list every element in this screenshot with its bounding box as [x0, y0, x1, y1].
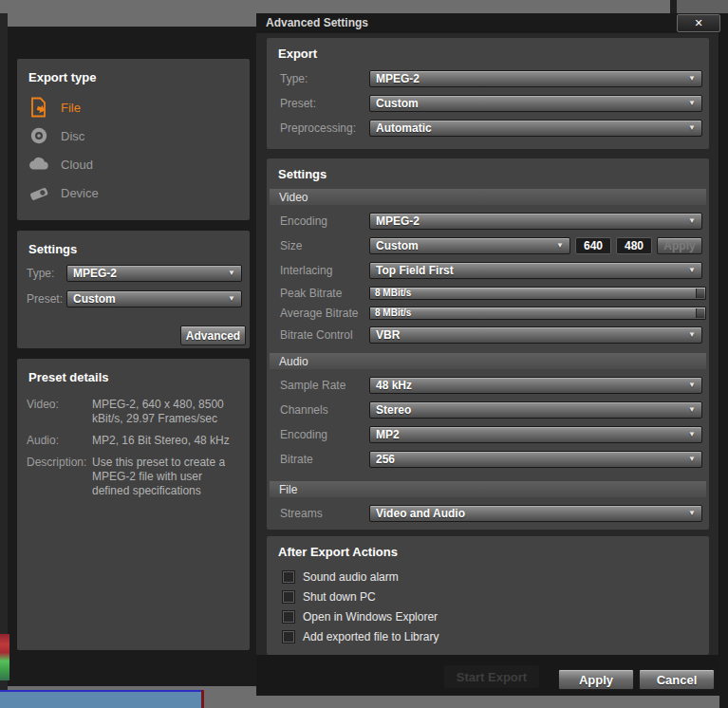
close-icon: ✕: [694, 17, 702, 29]
sample-rate-label: Sample Rate: [280, 379, 369, 392]
peak-bitrate-label: Peak Bitrate: [280, 287, 369, 300]
checkbox-row-add-to-library[interactable]: Add exported file to Library: [267, 626, 709, 646]
audio-encoding-dropdown[interactable]: MP2 ▼: [369, 426, 702, 443]
interlacing-value: Top Field First: [376, 264, 454, 277]
chevron-down-icon: ▼: [688, 382, 696, 389]
export-preset-value: Custom: [376, 97, 419, 110]
disc-icon: [28, 125, 49, 146]
bitrate-control-dropdown[interactable]: VBR ▼: [369, 326, 702, 344]
export-type-dropdown[interactable]: MPEG-2 ▼: [369, 70, 702, 87]
preset-description-row: Description: Use this preset to create a…: [27, 456, 242, 498]
chevron-down-icon: ▼: [556, 242, 564, 250]
settings-panel: Settings Type: MPEG-2 ▼ Preset: Custom ▼…: [17, 231, 250, 348]
advanced-button[interactable]: Advanced: [180, 326, 246, 345]
checkbox-row-sound-alarm[interactable]: Sound audio alarm: [267, 567, 709, 587]
size-dropdown[interactable]: Custom ▼: [369, 237, 570, 254]
export-type-panel: Export type File: [17, 59, 250, 220]
checkbox-icon[interactable]: [283, 591, 294, 603]
preprocessing-label: Preprocessing:: [280, 121, 369, 135]
dialog-titlebar[interactable]: Advanced Settings ✕: [256, 13, 719, 33]
checkbox-label: Shut down PC: [303, 590, 376, 604]
size-value: Custom: [376, 239, 419, 252]
chevron-down-icon: ▼: [688, 331, 696, 339]
size-label: Size: [280, 239, 369, 252]
streams-label: Streams: [280, 507, 369, 520]
chevron-down-icon: ▼: [688, 217, 696, 225]
dialog-export-panel: Export Type: MPEG-2 ▼ Preset: Custom ▼ P…: [267, 38, 709, 149]
size-width-input[interactable]: [575, 237, 611, 254]
type-label: Type:: [27, 267, 66, 280]
type-dropdown-value: MPEG-2: [73, 267, 117, 280]
size-apply-button[interactable]: Apply: [657, 237, 702, 254]
peak-bitrate-slider[interactable]: 8 MBit/s: [369, 287, 706, 300]
chevron-down-icon: ▼: [688, 431, 696, 438]
chevron-down-icon: ▼: [688, 456, 696, 463]
apply-button[interactable]: Apply: [558, 669, 634, 690]
peak-bitrate-value: 8 MBit/s: [375, 288, 411, 298]
checkbox-label: Sound audio alarm: [303, 570, 399, 584]
close-button[interactable]: ✕: [677, 14, 720, 32]
audio-section-header: Audio: [270, 353, 706, 369]
checkbox-row-shutdown-pc[interactable]: Shut down PC: [267, 587, 709, 606]
file-section-header: File: [270, 481, 706, 497]
channels-label: Channels: [280, 403, 369, 417]
file-export-icon: [28, 97, 49, 118]
preset-dropdown-value: Custom: [73, 292, 116, 306]
checkbox-icon[interactable]: [283, 571, 294, 583]
after-export-actions-title: After Export Actions: [267, 536, 709, 559]
dialog-title: Advanced Settings: [266, 16, 368, 29]
preset-label: Preset:: [27, 292, 66, 306]
export-type-item-cloud[interactable]: Cloud: [17, 150, 250, 178]
chevron-down-icon: ▼: [688, 406, 696, 414]
checkbox-icon[interactable]: [283, 631, 294, 643]
streams-value: Video and Audio: [376, 507, 465, 520]
dialog-shadow: [719, 13, 728, 708]
preset-video-row: Video: MPEG-2, 640 x 480, 8500 kBit/s, 2…: [27, 398, 242, 426]
export-type-item-file[interactable]: File: [17, 93, 250, 121]
cloud-icon: [28, 154, 49, 175]
export-window: Export type File: [8, 27, 257, 686]
preset-audio-label: Audio:: [27, 434, 92, 448]
chevron-down-icon: ▼: [688, 267, 696, 274]
export-type-item-device[interactable]: Device: [17, 178, 250, 207]
export-type-label: File: [61, 101, 81, 115]
cancel-button[interactable]: Cancel: [639, 669, 715, 690]
chevron-down-icon: ▼: [688, 75, 696, 83]
export-type-item-disc[interactable]: Disc: [17, 121, 250, 150]
checkbox-icon[interactable]: [283, 611, 294, 623]
export-type-list: File Disc Cloud: [17, 93, 250, 207]
export-type-value: MPEG-2: [376, 72, 420, 85]
bitrate-control-value: VBR: [376, 328, 400, 342]
video-section-header: Video: [270, 189, 706, 205]
average-bitrate-slider[interactable]: 8 MBit/s: [369, 307, 706, 320]
preprocessing-value: Automatic: [376, 121, 432, 135]
size-height-input[interactable]: [616, 237, 652, 254]
streams-dropdown[interactable]: Video and Audio ▼: [369, 505, 702, 522]
timeline-clip-bar[interactable]: [0, 690, 201, 708]
type-dropdown[interactable]: MPEG-2 ▼: [66, 265, 242, 282]
timeline-playhead[interactable]: [201, 690, 204, 708]
audio-bitrate-dropdown[interactable]: 256 ▼: [369, 451, 702, 468]
chevron-down-icon: ▼: [228, 270, 235, 277]
average-bitrate-value: 8 MBit/s: [375, 307, 411, 318]
preprocessing-dropdown[interactable]: Automatic ▼: [369, 120, 702, 137]
preset-details-title: Preset details: [17, 359, 250, 384]
export-type-label: Type:: [280, 72, 369, 85]
preset-description-label: Description:: [27, 456, 92, 498]
preset-audio-value: MP2, 16 Bit Stereo, 48 kHz: [92, 434, 242, 448]
taskbar-notch: [670, 0, 677, 13]
preset-audio-row: Audio: MP2, 16 Bit Stereo, 48 kHz: [27, 434, 242, 448]
interlacing-dropdown[interactable]: Top Field First ▼: [369, 262, 702, 279]
export-type-label: Device: [61, 186, 99, 200]
dialog-settings-title: Settings: [267, 158, 709, 181]
preset-dropdown[interactable]: Custom ▼: [66, 290, 242, 307]
checkbox-row-open-explorer[interactable]: Open in Windows Explorer: [267, 606, 709, 626]
checkbox-label: Open in Windows Explorer: [303, 610, 438, 624]
channels-dropdown[interactable]: Stereo ▼: [369, 401, 702, 419]
checkbox-label: Add exported file to Library: [303, 630, 439, 643]
video-encoding-dropdown[interactable]: MPEG-2 ▼: [369, 213, 702, 230]
desktop-top-strip: [677, 0, 728, 13]
export-preset-dropdown[interactable]: Custom ▼: [369, 95, 702, 112]
chevron-down-icon: ▼: [688, 510, 696, 517]
sample-rate-dropdown[interactable]: 48 kHz ▼: [369, 377, 702, 394]
